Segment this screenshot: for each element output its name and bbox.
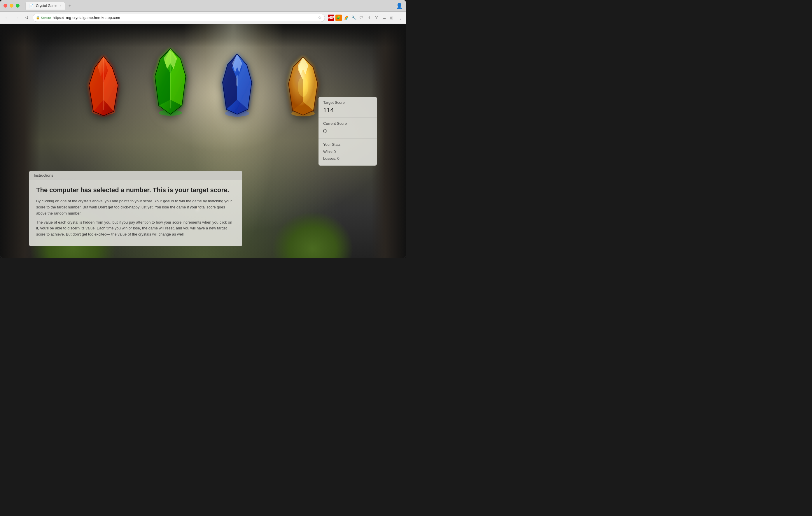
traffic-lights: [3, 4, 20, 7]
yellow-crystal-svg: [285, 55, 321, 117]
blue-crystal-button[interactable]: [218, 52, 256, 117]
wins-stat: Wins: 0: [323, 148, 372, 155]
titlebar: 📄 Crystal Game × + 👤: [0, 0, 406, 12]
green-crystal-button[interactable]: [151, 47, 189, 117]
ext-info-icon[interactable]: ℹ: [366, 14, 372, 21]
red-crystal-button[interactable]: [85, 53, 122, 117]
ext-hammer-icon[interactable]: 🔧: [351, 14, 357, 21]
url-protocol: https://: [53, 16, 64, 20]
tab-icon: 📄: [29, 4, 33, 8]
yellow-crystal-inner-glow: [298, 77, 308, 97]
ext-y-icon[interactable]: Y: [373, 14, 380, 21]
tab-bar: 📄 Crystal Game × +: [25, 2, 394, 10]
stats-label: Your Stats: [323, 142, 372, 147]
browser-menu-button[interactable]: ⋮: [398, 14, 403, 21]
navigation-toolbar: ← → ↺ 🔒 Secure https://mg-crystalgame.he…: [0, 12, 406, 24]
instructions-paragraph-1: By clicking on one of the crystals above…: [36, 198, 235, 216]
close-button[interactable]: [3, 4, 7, 7]
score-panel: Target Score 114 Current Score 0 Your St…: [319, 97, 377, 165]
target-score-section: Target Score 114: [319, 97, 377, 118]
maximize-button[interactable]: [16, 4, 20, 7]
instructions-header-label: Instructions: [34, 173, 53, 178]
yellow-crystal-button[interactable]: [285, 55, 321, 117]
tab-close-button[interactable]: ×: [59, 4, 61, 7]
forward-button[interactable]: →: [13, 14, 21, 22]
instructions-header: Instructions: [29, 171, 242, 180]
tab-title: Crystal Game: [36, 4, 57, 8]
ext-orange-icon[interactable]: 🧩: [336, 14, 342, 21]
instructions-panel: Instructions The computer has selected a…: [29, 171, 242, 246]
current-score-value: 0: [323, 127, 372, 135]
green-crystal-svg: [151, 47, 189, 117]
game-area: 🧍 Instructions The computer has selected…: [0, 24, 406, 258]
extensions-bar: ABP 🧩 🌈 🔧 🛡 ℹ Y ☁ ⊞: [328, 14, 395, 21]
ext-grid-icon[interactable]: ⊞: [388, 14, 395, 21]
instructions-title: The computer has selected a number. This…: [36, 186, 235, 194]
bookmark-button[interactable]: ☆: [318, 15, 322, 21]
back-button[interactable]: ←: [3, 14, 11, 22]
secure-label: Secure: [41, 16, 51, 20]
blue-crystal-svg: [218, 52, 256, 117]
instructions-body: The computer has selected a number. This…: [29, 180, 242, 246]
ext-cloud-icon[interactable]: ☁: [381, 14, 387, 21]
instructions-paragraph-2: The value of each crystal is hidden from…: [36, 219, 235, 238]
window-controls: 👤: [396, 3, 403, 9]
current-score-section: Current Score 0: [319, 118, 377, 139]
secure-badge: 🔒 Secure: [36, 16, 51, 20]
red-crystal-svg: [85, 53, 122, 117]
ext-color-icon[interactable]: 🌈: [343, 14, 349, 21]
ext-shield-icon[interactable]: 🛡: [358, 14, 365, 21]
target-score-label: Target Score: [323, 100, 372, 105]
user-icon: 👤: [396, 3, 403, 9]
active-tab[interactable]: 📄 Crystal Game ×: [25, 2, 65, 10]
crystals-row: [58, 41, 348, 117]
losses-stat: Losses: 0: [323, 155, 372, 162]
browser-window: 📄 Crystal Game × + 👤 ← → ↺ 🔒 Secure http…: [0, 0, 406, 258]
address-bar[interactable]: 🔒 Secure https://mg-crystalgame.herokuap…: [33, 14, 325, 22]
url-domain: mg-crystalgame.herokuapp.com: [66, 16, 120, 20]
moss-right: [272, 211, 353, 258]
stats-section: Your Stats Wins: 0 Losses: 0: [319, 139, 377, 165]
minimize-button[interactable]: [10, 4, 13, 7]
adblock-extension[interactable]: ABP: [328, 14, 334, 21]
blue-crystal-sparkle: [236, 75, 238, 87]
target-score-value: 114: [323, 107, 372, 114]
new-tab-button[interactable]: +: [66, 2, 73, 9]
current-score-label: Current Score: [323, 121, 372, 126]
lock-icon: 🔒: [36, 16, 40, 20]
reload-button[interactable]: ↺: [23, 14, 31, 22]
